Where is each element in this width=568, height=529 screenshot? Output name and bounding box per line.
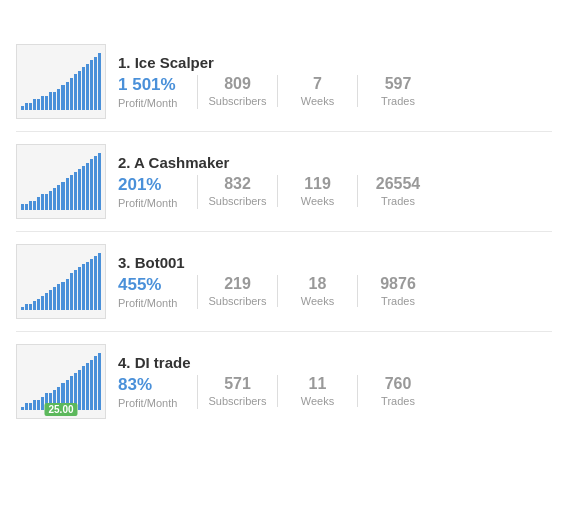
profit-stat: 1 501%Profit/Month [118, 75, 198, 109]
trades-stat: 26554Trades [358, 175, 438, 207]
stat-value: 18 [309, 275, 327, 293]
trades-stat: 760Trades [358, 375, 438, 407]
stat-label: Weeks [301, 295, 334, 307]
stat-label: Weeks [301, 195, 334, 207]
stat-label: Subscribers [208, 195, 266, 207]
stat-value: 11 [309, 375, 327, 393]
stat-value: 201% [118, 175, 161, 195]
stat-label: Weeks [301, 395, 334, 407]
stat-label: Subscribers [208, 395, 266, 407]
stat-label: Profit/Month [118, 97, 177, 109]
weeks-stat: 11Weeks [278, 375, 358, 407]
profit-stat: 455%Profit/Month [118, 275, 198, 309]
trades-stat: 597Trades [358, 75, 438, 107]
stat-label: Subscribers [208, 295, 266, 307]
stat-label: Profit/Month [118, 397, 177, 409]
chart-thumbnail [16, 44, 106, 119]
stat-value: 809 [224, 75, 251, 93]
weeks-stat: 18Weeks [278, 275, 358, 307]
stat-label: Trades [381, 395, 415, 407]
profit-stat: 83%Profit/Month [118, 375, 198, 409]
chart-thumbnail: 25.00 [16, 344, 106, 419]
signal-name[interactable]: 1. Ice Scalper [118, 54, 552, 71]
stat-value: 9876 [380, 275, 416, 293]
stat-value: 219 [224, 275, 251, 293]
stat-value: 455% [118, 275, 161, 295]
price-badge: 25.00 [44, 403, 77, 416]
signal-item[interactable]: 3. Bot001455%Profit/Month219Subscribers1… [16, 232, 552, 332]
signal-item[interactable]: 25.004. DI trade83%Profit/Month571Subscr… [16, 332, 552, 431]
signal-name[interactable]: 4. DI trade [118, 354, 552, 371]
subscribers-stat: 832Subscribers [198, 175, 278, 207]
stat-label: Trades [381, 95, 415, 107]
signal-name[interactable]: 3. Bot001 [118, 254, 552, 271]
stat-value: 7 [313, 75, 322, 93]
signal-list: 1. Ice Scalper1 501%Profit/Month809Subsc… [16, 32, 552, 431]
chart-thumbnail [16, 244, 106, 319]
stat-value: 832 [224, 175, 251, 193]
stat-label: Trades [381, 195, 415, 207]
stat-value: 760 [385, 375, 412, 393]
stat-label: Profit/Month [118, 197, 177, 209]
chart-thumbnail [16, 144, 106, 219]
subscribers-stat: 219Subscribers [198, 275, 278, 307]
stat-label: Weeks [301, 95, 334, 107]
stat-value: 1 501% [118, 75, 176, 95]
stat-label: Trades [381, 295, 415, 307]
stat-label: Subscribers [208, 95, 266, 107]
stat-label: Profit/Month [118, 297, 177, 309]
subscribers-stat: 809Subscribers [198, 75, 278, 107]
stat-value: 597 [385, 75, 412, 93]
profit-stat: 201%Profit/Month [118, 175, 198, 209]
signal-item[interactable]: 1. Ice Scalper1 501%Profit/Month809Subsc… [16, 32, 552, 132]
stat-value: 26554 [376, 175, 421, 193]
weeks-stat: 7Weeks [278, 75, 358, 107]
signal-item[interactable]: 2. A Cashmaker201%Profit/Month832Subscri… [16, 132, 552, 232]
signal-name[interactable]: 2. A Cashmaker [118, 154, 552, 171]
stat-value: 119 [304, 175, 331, 193]
stat-value: 83% [118, 375, 152, 395]
subscribers-stat: 571Subscribers [198, 375, 278, 407]
trades-stat: 9876Trades [358, 275, 438, 307]
weeks-stat: 119Weeks [278, 175, 358, 207]
stat-value: 571 [224, 375, 251, 393]
